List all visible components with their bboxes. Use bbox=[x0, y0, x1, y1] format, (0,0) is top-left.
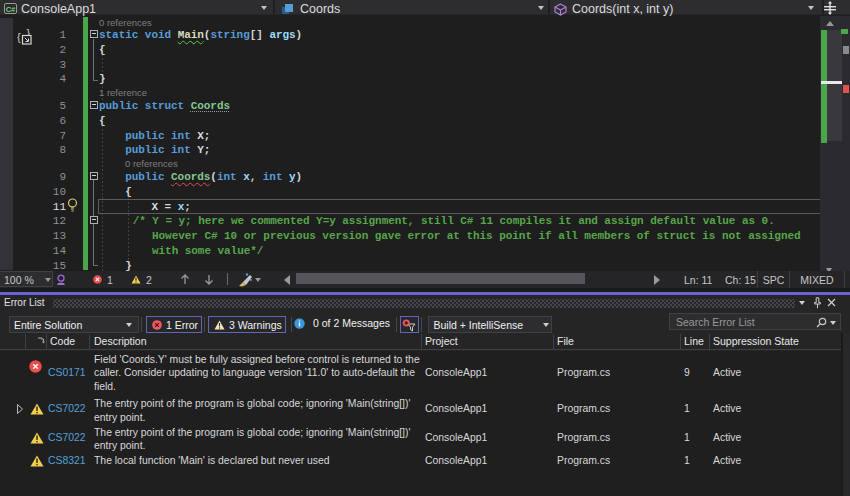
svg-text:C#: C# bbox=[6, 4, 16, 13]
svg-text:{: { bbox=[17, 30, 21, 42]
